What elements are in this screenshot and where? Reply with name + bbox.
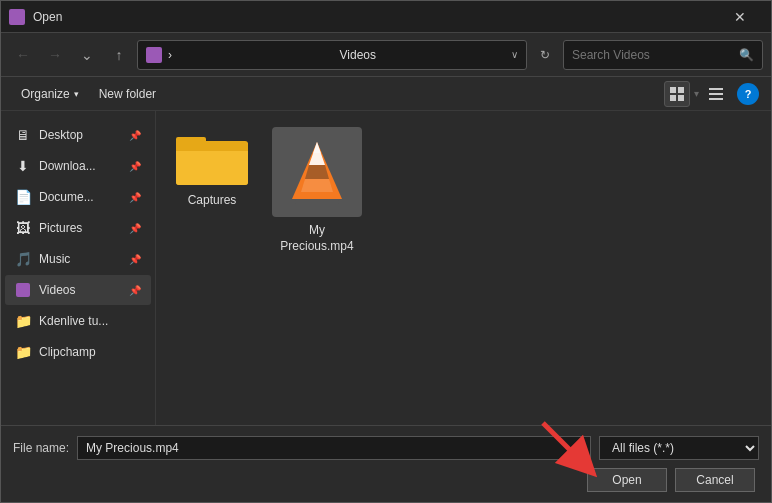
pin-icon: 📌 xyxy=(129,223,141,234)
list-view-button[interactable] xyxy=(703,81,729,107)
filename-label: File name: xyxy=(13,441,69,455)
filetype-select[interactable]: All files (*.*) xyxy=(599,436,759,460)
recent-button[interactable]: ⌄ xyxy=(73,41,101,69)
cancel-button[interactable]: Cancel xyxy=(675,468,755,492)
view-buttons: ▾ xyxy=(664,81,729,107)
svg-marker-15 xyxy=(301,179,333,192)
svg-rect-3 xyxy=(678,95,684,101)
nav-bar: ← → ⌄ ↑ › Videos ∨ ↻ 🔍 xyxy=(1,33,771,77)
filename-input[interactable] xyxy=(77,436,591,460)
new-folder-button[interactable]: New folder xyxy=(91,82,164,106)
view-dropdown-chevron[interactable]: ▾ xyxy=(694,88,699,99)
sidebar-item-videos[interactable]: Videos 📌 xyxy=(5,275,151,305)
pictures-icon: 🖼 xyxy=(15,220,31,236)
close-button[interactable]: ✕ xyxy=(717,1,763,33)
address-bar-text: › xyxy=(168,48,334,62)
svg-marker-14 xyxy=(305,165,329,179)
address-bar[interactable]: › Videos ∨ xyxy=(137,40,527,70)
current-folder: Videos xyxy=(340,48,506,62)
file-area: Captures xyxy=(156,111,771,425)
file-item-captures[interactable]: Captures xyxy=(172,127,252,209)
help-button[interactable]: ? xyxy=(737,83,759,105)
title-bar-text: Open xyxy=(33,10,709,24)
documents-icon: 📄 xyxy=(15,189,31,205)
search-input[interactable] xyxy=(572,48,733,62)
up-button[interactable]: ↑ xyxy=(105,41,133,69)
clipchamp-icon: 📁 xyxy=(15,344,31,360)
desktop-icon: 🖥 xyxy=(15,127,31,143)
sidebar-item-downloads[interactable]: ⬇ Downloa... 📌 xyxy=(5,151,151,181)
open-dialog: Open ✕ ← → ⌄ ↑ › Videos ∨ ↻ 🔍 Organize ▾… xyxy=(0,0,772,503)
sidebar-item-clipchamp[interactable]: 📁 Clipchamp xyxy=(5,337,151,367)
music-icon: 🎵 xyxy=(15,251,31,267)
svg-rect-16 xyxy=(295,199,339,205)
forward-button[interactable]: → xyxy=(41,41,69,69)
svg-rect-6 xyxy=(709,98,723,100)
filename-row: File name: All files (*.*) xyxy=(13,436,759,460)
sidebar-item-pictures[interactable]: 🖼 Pictures 📌 xyxy=(5,213,151,243)
downloads-icon: ⬇ xyxy=(15,158,31,174)
sidebar-item-documents[interactable]: 📄 Docume... 📌 xyxy=(5,182,151,212)
action-buttons: Open Cancel xyxy=(13,468,755,492)
search-bar[interactable]: 🔍 xyxy=(563,40,763,70)
svg-marker-13 xyxy=(313,142,321,153)
search-icon: 🔍 xyxy=(739,48,754,62)
grid-view-button[interactable] xyxy=(664,81,690,107)
sidebar: 🖥 Desktop 📌 ⬇ Downloa... 📌 📄 Docume... 📌… xyxy=(1,111,156,425)
refresh-button[interactable]: ↻ xyxy=(531,41,559,69)
organize-button[interactable]: Organize ▾ xyxy=(13,82,87,106)
kdenlive-icon: 📁 xyxy=(15,313,31,329)
pin-icon: 📌 xyxy=(129,161,141,172)
svg-rect-0 xyxy=(670,87,676,93)
svg-rect-1 xyxy=(678,87,684,93)
address-chevron-icon: ∨ xyxy=(511,49,518,60)
file-item-precious[interactable]: My Precious.mp4 xyxy=(272,127,362,254)
open-button[interactable]: Open xyxy=(587,468,667,492)
videos-icon xyxy=(15,282,31,298)
title-bar: Open ✕ xyxy=(1,1,771,33)
back-button[interactable]: ← xyxy=(9,41,37,69)
content-area: 🖥 Desktop 📌 ⬇ Downloa... 📌 📄 Docume... 📌… xyxy=(1,111,771,425)
pin-icon: 📌 xyxy=(129,130,141,141)
pin-icon: 📌 xyxy=(129,254,141,265)
title-bar-icon xyxy=(9,9,25,25)
toolbar: Organize ▾ New folder ▾ ? xyxy=(1,77,771,111)
svg-rect-10 xyxy=(176,143,248,151)
pin-icon: 📌 xyxy=(129,285,141,296)
folder-icon xyxy=(176,127,248,187)
file-label-precious: My Precious.mp4 xyxy=(272,223,362,254)
vlc-file-icon xyxy=(272,127,362,217)
address-bar-icon xyxy=(146,47,162,63)
sidebar-item-desktop[interactable]: 🖥 Desktop 📌 xyxy=(5,120,151,150)
file-label-captures: Captures xyxy=(188,193,237,209)
pin-icon: 📌 xyxy=(129,192,141,203)
sidebar-item-kdenlive[interactable]: 📁 Kdenlive tu... xyxy=(5,306,151,336)
sidebar-item-music[interactable]: 🎵 Music 📌 xyxy=(5,244,151,274)
bottom-bar: File name: All files (*.*) Open Cancel xyxy=(1,425,771,502)
svg-rect-4 xyxy=(709,88,723,90)
svg-rect-5 xyxy=(709,93,723,95)
svg-rect-2 xyxy=(670,95,676,101)
